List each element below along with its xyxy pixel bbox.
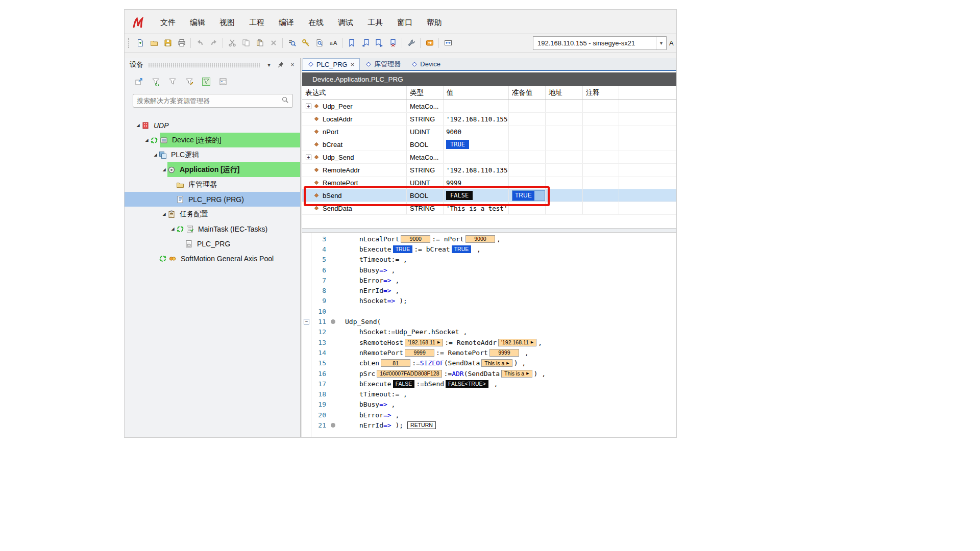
- monitor-value-box[interactable]: This is a▶: [481, 359, 512, 367]
- menu-item-4[interactable]: 编译: [272, 15, 301, 31]
- pop-out-icon[interactable]: [133, 76, 145, 88]
- watch-row-LocalAddr[interactable]: LocalAddrSTRING'192.168.110.155': [302, 113, 676, 126]
- gateway-device-combobox[interactable]: 192.168.110.155 - sinsegye-sx21 ▾: [533, 36, 667, 50]
- login-icon[interactable]: [299, 36, 312, 50]
- menu-item-1[interactable]: 编辑: [183, 15, 212, 31]
- fold-column[interactable]: −: [302, 319, 311, 324]
- tab-PLC_PRG[interactable]: PLC_PRG×: [303, 58, 360, 70]
- expand-arrow-icon[interactable]: ▶: [437, 340, 440, 344]
- copy-icon[interactable]: [239, 36, 253, 50]
- prepared-value-cell[interactable]: [509, 177, 546, 189]
- editor-splitter[interactable]: [302, 228, 676, 233]
- save-icon[interactable]: [161, 36, 175, 50]
- menu-item-2[interactable]: 视图: [212, 15, 242, 31]
- code-line-8[interactable]: 8nErrId=> ,: [302, 285, 676, 295]
- scaling-icon[interactable]: [441, 36, 455, 50]
- code-line-9[interactable]: 9hSocket=> );: [302, 296, 676, 306]
- search-doc-icon[interactable]: [312, 36, 326, 50]
- code-line-16[interactable]: 16pSrc16#00007FADD808F128:=ADR(SendDataT…: [302, 368, 676, 379]
- filter-icon[interactable]: [166, 76, 179, 88]
- monitor-value-box[interactable]: '192.168.11▶: [498, 339, 536, 346]
- monitor-value-box[interactable]: 9999: [489, 349, 519, 357]
- value-cell[interactable]: 9999: [444, 177, 509, 189]
- tree-item-Device-[连接的][interactable]: ◢Device [连接的]: [125, 133, 300, 147]
- monitor-value-box[interactable]: '192.168.11▶: [405, 339, 443, 346]
- value-cell[interactable]: 'This is a test': [444, 202, 509, 214]
- column-header[interactable]: 值: [444, 86, 509, 99]
- code-line-6[interactable]: 6bBusy=> ,: [302, 265, 676, 275]
- monitor-false-box[interactable]: FALSE<TRUE>: [446, 380, 488, 388]
- value-cell[interactable]: FALSE: [444, 189, 509, 202]
- paste-icon[interactable]: [253, 36, 266, 50]
- code-line-17[interactable]: 17bExecuteFALSE:=bSendFALSE<TRUE> ,: [302, 379, 676, 389]
- code-line-4[interactable]: 4bExecuteTRUE:= bCreatTRUE ,: [302, 244, 676, 254]
- toolbar-grip[interactable]: [128, 38, 131, 48]
- tree-expander-icon[interactable]: ◢: [161, 167, 167, 172]
- bookmark-clear-icon[interactable]: [386, 36, 400, 50]
- prepared-value-cell[interactable]: [509, 151, 546, 163]
- fold-collapse-icon[interactable]: −: [304, 319, 309, 324]
- open-icon[interactable]: [147, 36, 161, 50]
- code-line-7[interactable]: 7bError=> ,: [302, 275, 676, 285]
- prepared-value-cell[interactable]: [509, 164, 546, 176]
- expand-icon[interactable]: +: [306, 155, 311, 160]
- code-line-19[interactable]: 19bBusy=> ,: [302, 399, 676, 410]
- code-line-15[interactable]: 15cbLen81:=SIZEOF(SendDataThis is a▶) ,: [302, 358, 676, 368]
- code-line-18[interactable]: 18tTimeout:= ,: [302, 389, 676, 399]
- value-cell[interactable]: TRUE: [444, 138, 509, 151]
- tree-item-PLC逻辑[interactable]: ◢PLC逻辑: [125, 147, 300, 162]
- prepared-value-cell[interactable]: [509, 138, 546, 151]
- watch-row-RemoteAddr[interactable]: RemoteAddrSTRING'192.168.110.135': [302, 164, 676, 177]
- menu-item-7[interactable]: 工具: [360, 15, 390, 31]
- monitor-value-box[interactable]: 16#00007FADD808F128: [377, 370, 442, 378]
- monitor-false-box[interactable]: FALSE: [393, 380, 415, 388]
- st-code-editor[interactable]: 3nLocalPort9000:= nPort9000,4bExecuteTRU…: [302, 233, 676, 437]
- filter-active-icon[interactable]: [200, 76, 212, 88]
- code-line-11[interactable]: −11Udp_Send(: [302, 316, 676, 327]
- search-input[interactable]: [137, 97, 281, 105]
- watch-row-Udp_Peer[interactable]: +Udp_PeerMetaCo...: [302, 100, 676, 113]
- bookmark-icon[interactable]: [345, 36, 358, 50]
- tab-库管理器[interactable]: 库管理器: [360, 58, 406, 70]
- prepared-value-cell[interactable]: [509, 113, 546, 125]
- value-cell[interactable]: '192.168.110.135': [444, 164, 509, 176]
- solution-search-box[interactable]: [133, 94, 293, 108]
- value-cell[interactable]: '192.168.110.155': [444, 113, 509, 125]
- menu-item-8[interactable]: 窗口: [390, 15, 420, 31]
- column-header[interactable]: 表达式: [302, 86, 407, 99]
- prepared-value-cell[interactable]: [509, 100, 546, 112]
- monitor-true-box[interactable]: TRUE: [393, 245, 413, 253]
- monitor-value-box[interactable]: 9999: [405, 349, 434, 357]
- expand-arrow-icon[interactable]: ▶: [531, 340, 533, 344]
- expand-icon[interactable]: +: [306, 104, 311, 109]
- panel-drag-handle[interactable]: [148, 63, 260, 67]
- filter-sync-icon[interactable]: [150, 76, 162, 88]
- value-cell[interactable]: 9000: [444, 126, 509, 138]
- build-icon[interactable]: [404, 36, 418, 50]
- tree-expander-icon[interactable]: ◢: [169, 227, 176, 231]
- tree-item-任务配置[interactable]: ◢任务配置: [125, 207, 300, 221]
- redo-icon[interactable]: [207, 36, 220, 50]
- pin-icon[interactable]: [276, 60, 285, 69]
- chevron-down-icon[interactable]: ▾: [656, 37, 666, 49]
- filter-edit-icon[interactable]: [183, 76, 195, 88]
- new-file-icon[interactable]: [133, 36, 147, 50]
- value-cell[interactable]: [444, 151, 509, 163]
- monitor-true-box[interactable]: TRUE: [452, 245, 472, 253]
- monitor-value-box[interactable]: 9000: [465, 235, 495, 243]
- tree-item-Application-[运行][interactable]: ◢Application [运行]: [125, 162, 300, 177]
- tree-item-PLC_PRG-(PRG)[interactable]: PLC_PRG (PRG): [125, 192, 300, 207]
- search-case-icon[interactable]: aA: [326, 36, 340, 50]
- column-header[interactable]: 注释: [583, 86, 619, 99]
- code-line-13[interactable]: 13sRemoteHost'192.168.11▶:= RemoteAddr'1…: [302, 337, 676, 347]
- column-header[interactable]: 准备值: [509, 86, 546, 99]
- bookmark-prev-icon[interactable]: [358, 36, 372, 50]
- code-line-21[interactable]: 21nErrId=> );RETURN: [302, 420, 676, 430]
- expand-arrow-icon[interactable]: ▶: [526, 371, 529, 375]
- watch-row-SendData[interactable]: SendDataSTRING'This is a test': [302, 202, 676, 215]
- code-line-12[interactable]: 12hSocket:=Udp_Peer.hSocket ,: [302, 327, 676, 337]
- delete-icon[interactable]: [266, 36, 280, 50]
- column-header[interactable]: 类型: [407, 86, 444, 99]
- monitor-value-box[interactable]: 9000: [401, 235, 430, 243]
- code-line-10[interactable]: 10: [302, 306, 676, 316]
